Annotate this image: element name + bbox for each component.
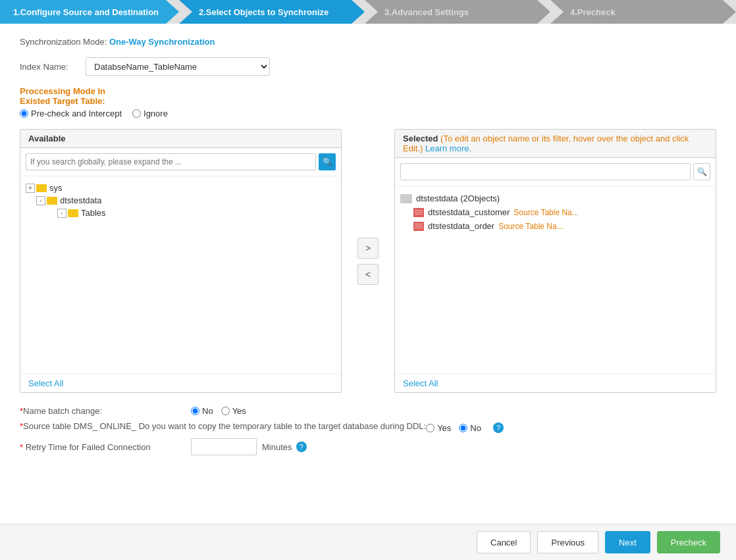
selected-panel: Selected (To edit an object name or its … bbox=[394, 129, 716, 393]
learn-more-link[interactable]: Learn more. bbox=[425, 143, 471, 153]
source-table-label: *Source table DMS_ ONLINE_ Do you want t… bbox=[20, 421, 426, 431]
selected-child-order: dtstestdata_order Source Table Na... bbox=[400, 219, 710, 233]
tree-label-sys: sys bbox=[49, 183, 63, 193]
ignore-label: Ignore bbox=[144, 109, 168, 118]
retry-time-input[interactable]: 720 bbox=[191, 438, 257, 455]
index-name-row: Index Name: DatabseName_TableName bbox=[20, 57, 716, 76]
name-batch-yes-option[interactable]: Yes bbox=[221, 406, 246, 416]
add-to-selected-button[interactable]: > bbox=[357, 238, 379, 259]
next-button[interactable]: Next bbox=[605, 531, 650, 553]
retry-time-label: * Retry Time for Failed Connection bbox=[20, 442, 191, 452]
tree-toggle-tables[interactable]: - bbox=[57, 209, 66, 218]
source-table-no-label: No bbox=[470, 423, 481, 433]
source-table-yes-radio[interactable] bbox=[426, 424, 434, 432]
available-search-row: 🔍 bbox=[20, 148, 341, 176]
name-batch-row: *Name batch change: No Yes bbox=[20, 406, 716, 416]
remove-from-selected-button[interactable]: < bbox=[357, 264, 379, 285]
selected-panel-header: Selected (To edit an object name or its … bbox=[395, 130, 716, 158]
tree-item-tables[interactable]: - Tables bbox=[57, 207, 336, 219]
folder-icon-dtstestdata bbox=[47, 197, 57, 205]
transfer-buttons: > < bbox=[355, 129, 381, 393]
selected-label: Selected bbox=[403, 134, 438, 143]
available-search-button[interactable]: 🔍 bbox=[319, 153, 336, 170]
name-batch-options: No Yes bbox=[191, 406, 246, 416]
selected-search-input[interactable] bbox=[400, 163, 691, 180]
tree-tables-group: - Tables bbox=[36, 207, 336, 219]
wizard-step-4-label: 4.Precheck bbox=[570, 7, 616, 17]
available-select-all[interactable]: Select All bbox=[28, 378, 63, 388]
precheck-radio[interactable] bbox=[20, 109, 28, 118]
source-hint-order: Source Table Na... bbox=[498, 222, 564, 231]
precheck-option[interactable]: Pre-check and Intercept bbox=[20, 109, 122, 118]
selected-group-label: dtstestdata (2Objects) bbox=[416, 193, 500, 203]
index-name-label: Index Name: bbox=[20, 62, 86, 72]
available-panel: Available 🔍 + sys - bbox=[20, 129, 342, 393]
source-hint-customer: Source Table Na... bbox=[513, 208, 579, 217]
wizard-step-2-label: 2.Select Objects to Synchronize bbox=[199, 7, 329, 17]
selected-name-order: dtstestdata_order bbox=[428, 221, 494, 231]
source-table-no-option[interactable]: No bbox=[459, 423, 481, 433]
wizard-step-3[interactable]: 3.Advanced Settings bbox=[365, 0, 550, 24]
tree-toggle-dtstestdata[interactable]: - bbox=[36, 196, 45, 205]
name-batch-no-option[interactable]: No bbox=[191, 406, 213, 416]
wizard-step-1-label: 1.Configure Source and Destination bbox=[13, 7, 159, 17]
selected-search-button[interactable]: 🔍 bbox=[693, 163, 710, 180]
selected-select-all[interactable]: Select All bbox=[403, 378, 438, 388]
folder-icon-tables bbox=[68, 209, 78, 217]
search-icon: 🔍 bbox=[323, 157, 332, 166]
wizard-step-3-label: 3.Advanced Settings bbox=[384, 7, 469, 17]
name-batch-yes-label: Yes bbox=[232, 406, 246, 416]
selected-tree: dtstestdata (2Objects) dtstestdata_custo… bbox=[395, 186, 716, 374]
available-tree: + sys - dtstestdata - bbox=[20, 176, 341, 374]
previous-button[interactable]: Previous bbox=[537, 531, 598, 553]
name-batch-no-radio[interactable] bbox=[191, 407, 199, 415]
wizard-bar: 1.Configure Source and Destination 2.Sel… bbox=[0, 0, 736, 24]
processing-mode-row: Proccessing Mode InExisted Target Table:… bbox=[20, 86, 716, 118]
wizard-step-2[interactable]: 2.Select Objects to Synchronize bbox=[179, 0, 365, 24]
cancel-button[interactable]: Cancel bbox=[477, 531, 531, 553]
retry-time-help-icon[interactable]: ? bbox=[296, 442, 307, 452]
available-panel-footer: Select All bbox=[20, 374, 341, 392]
table-icon-order bbox=[413, 222, 424, 231]
search-icon-2: 🔍 bbox=[697, 167, 707, 176]
name-batch-yes-radio[interactable] bbox=[221, 407, 230, 415]
ignore-option[interactable]: Ignore bbox=[132, 109, 168, 118]
index-name-select[interactable]: DatabseName_TableName bbox=[86, 57, 270, 76]
name-batch-no-label: No bbox=[202, 406, 213, 416]
precheck-button[interactable]: Precheck bbox=[657, 531, 720, 553]
tree-item-sys[interactable]: + sys bbox=[26, 182, 336, 194]
footer-bar: Cancel Previous Next Precheck bbox=[0, 524, 736, 560]
selected-panel-footer: Select All bbox=[395, 374, 716, 392]
tree-item-dtstestdata[interactable]: - dtstestdata bbox=[36, 194, 336, 207]
source-table-yes-label: Yes bbox=[437, 423, 451, 433]
ignore-radio[interactable] bbox=[132, 109, 141, 118]
tree-toggle-sys[interactable]: + bbox=[26, 184, 35, 193]
sync-mode-value: One-Way Synchronization bbox=[109, 37, 215, 47]
selected-name-customer: dtstestdata_customer bbox=[428, 207, 510, 217]
selected-item-customer: dtstestdata_customer Source Table Na... bbox=[413, 205, 710, 219]
source-table-yes-option[interactable]: Yes bbox=[426, 423, 451, 433]
tree-label-dtstestdata: dtstestdata bbox=[60, 195, 102, 205]
processing-mode-label: Proccessing Mode InExisted Target Table: bbox=[20, 86, 716, 106]
source-table-help-icon[interactable]: ? bbox=[493, 422, 504, 433]
available-panel-header: Available bbox=[20, 130, 341, 148]
selected-item-dtstestdata-group: dtstestdata (2Objects) bbox=[400, 191, 710, 205]
source-table-no-radio[interactable] bbox=[459, 424, 467, 432]
table-icon-customer bbox=[413, 208, 424, 217]
wizard-step-4[interactable]: 4.Precheck bbox=[550, 0, 736, 24]
folder-icon-sys bbox=[36, 184, 47, 192]
selected-child-customer: dtstestdata_customer Source Table Na... bbox=[400, 205, 710, 219]
name-batch-label: *Name batch change: bbox=[20, 406, 191, 416]
source-table-options: Yes No ? bbox=[426, 422, 504, 433]
tree-label-tables: Tables bbox=[81, 208, 106, 218]
retry-time-unit: Minutes bbox=[262, 442, 292, 452]
main-content: Synchronization Mode: One-Way Synchroniz… bbox=[0, 24, 736, 524]
available-search-input[interactable] bbox=[26, 153, 316, 170]
source-table-row: *Source table DMS_ ONLINE_ Do you want t… bbox=[20, 421, 716, 433]
selected-item-order: dtstestdata_order Source Table Na... bbox=[413, 219, 710, 233]
wizard-step-1[interactable]: 1.Configure Source and Destination bbox=[0, 0, 179, 24]
bottom-form: *Name batch change: No Yes *Source table… bbox=[20, 403, 716, 455]
panels-area: Available 🔍 + sys - bbox=[20, 129, 716, 393]
selected-search-row: 🔍 bbox=[395, 158, 716, 186]
tree-dtstestdata-group: - dtstestdata - Tables bbox=[26, 194, 336, 219]
